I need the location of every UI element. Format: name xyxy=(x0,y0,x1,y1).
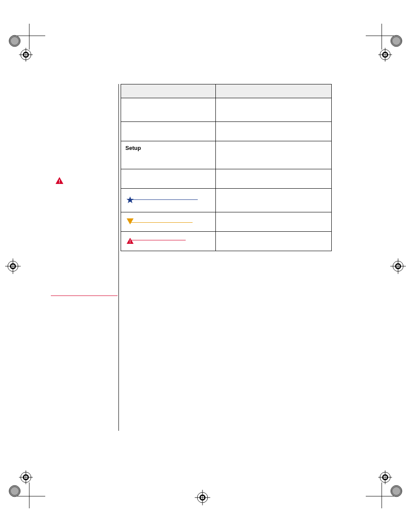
table-header-col2 xyxy=(216,84,332,98)
warning-icon: ! xyxy=(126,237,134,245)
table-row-setup: Setup xyxy=(121,141,332,169)
svg-text:!: ! xyxy=(59,179,60,184)
table-row-caution xyxy=(121,212,332,232)
main-table-area: Setup xyxy=(121,84,332,251)
sidebar-red-underline xyxy=(51,296,118,296)
orange-underline xyxy=(130,222,193,223)
svg-point-14 xyxy=(392,37,400,45)
star-icon xyxy=(126,196,134,205)
conventions-table: Setup xyxy=(121,84,332,251)
table-cell xyxy=(121,98,216,122)
triangle-cell xyxy=(121,212,216,232)
red-underline xyxy=(130,240,186,240)
star-cell xyxy=(121,189,216,212)
crop-mark-bottom-mid xyxy=(194,489,211,506)
table-row-warning: ! xyxy=(121,232,332,251)
table-cell xyxy=(216,212,332,232)
sidebar-warning-icon: ! xyxy=(55,177,64,186)
svg-point-34 xyxy=(392,487,400,495)
table-cell xyxy=(121,169,216,189)
table-row-important xyxy=(121,189,332,212)
table-cell xyxy=(216,189,332,212)
blue-underline xyxy=(130,199,198,200)
setup-label: Setup xyxy=(125,145,141,151)
vertical-divider xyxy=(118,84,119,431)
svg-point-24 xyxy=(11,487,19,495)
table-cell xyxy=(216,169,332,189)
table-cell xyxy=(121,122,216,141)
warning-cell: ! xyxy=(121,232,216,251)
crop-mark-top-right xyxy=(364,24,402,62)
table-row xyxy=(121,122,332,141)
crop-mark-bottom-right xyxy=(364,470,402,508)
setup-cell: Setup xyxy=(121,141,216,169)
crop-mark-right-mid xyxy=(389,258,407,275)
svg-marker-58 xyxy=(127,218,134,224)
table-row xyxy=(121,98,332,122)
table-cell xyxy=(216,232,332,251)
crop-mark-bottom-left xyxy=(9,470,47,508)
table-cell xyxy=(216,141,332,169)
caution-triangle-icon xyxy=(126,218,134,226)
table-cell xyxy=(216,98,332,122)
table-cell xyxy=(216,122,332,141)
table-row xyxy=(121,169,332,189)
svg-point-4 xyxy=(11,37,19,45)
table-header-row xyxy=(121,84,332,98)
crop-mark-left-mid xyxy=(4,258,22,275)
table-header-col1 xyxy=(121,84,216,98)
crop-mark-top-left xyxy=(9,24,47,62)
